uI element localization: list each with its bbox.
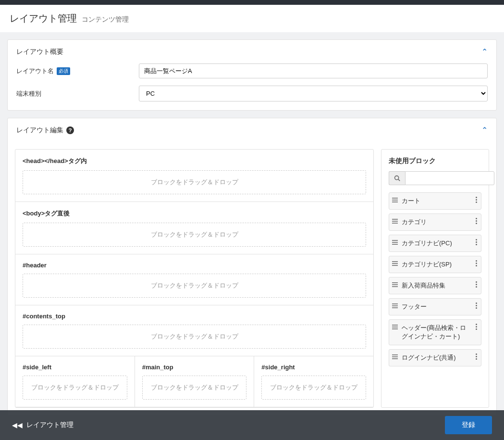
block-item[interactable]: カテゴリナビ(SP) xyxy=(389,256,481,273)
device-type-select[interactable]: PC xyxy=(139,86,488,101)
editor-panel: レイアウト編集 ? ⌃ <head></head>タグ内 ブロックをドラッグ＆ド… xyxy=(7,118,497,415)
unused-blocks-title: 未使用ブロック xyxy=(389,157,481,165)
block-item-label: 新入荷商品特集 xyxy=(402,281,478,290)
unused-blocks-panel: 未使用ブロック カートカテゴリカテゴリナビ(PC)カテゴリナビ(SP)新入荷商品… xyxy=(381,149,489,408)
region-header: #header ブロックをドラッグ＆ドロップ xyxy=(15,254,373,305)
region-title: #main_top xyxy=(142,364,247,371)
region-title: #header xyxy=(23,262,366,269)
rewind-icon: ◀◀ xyxy=(12,421,23,429)
dropzone[interactable]: ブロックをドラッグ＆ドロップ xyxy=(23,376,127,400)
page-header: レイアウト管理 コンテンツ管理 xyxy=(0,5,504,32)
block-item[interactable]: カート xyxy=(389,192,481,210)
drag-handle-icon[interactable] xyxy=(392,261,398,266)
layout-name-row: レイアウト名 必須 xyxy=(16,63,488,78)
block-item-label: ログインナビ(共通) xyxy=(402,353,478,362)
layout-name-input[interactable] xyxy=(139,63,488,78)
device-type-row: 端末種別 PC xyxy=(16,86,488,101)
block-item-label: カテゴリ xyxy=(402,218,478,226)
region-side-left: #side_left ブロックをドラッグ＆ドロップ xyxy=(15,356,135,407)
svg-point-0 xyxy=(395,176,399,180)
dropzone[interactable]: ブロックをドラッグ＆ドロップ xyxy=(23,170,366,194)
footer-back[interactable]: ◀◀ レイアウト管理 xyxy=(12,421,74,429)
region-title: #contents_top xyxy=(23,313,366,320)
overview-panel-header[interactable]: レイアウト概要 ⌃ xyxy=(8,40,496,63)
search-button[interactable] xyxy=(389,171,405,185)
region-body-after: <body>タグ直後 ブロックをドラッグ＆ドロップ xyxy=(15,202,373,254)
block-item[interactable]: ヘッダー(商品検索・ログインナビ・カート) xyxy=(389,319,481,345)
drag-handle-icon[interactable] xyxy=(392,240,398,245)
region-side-right: #side_right ブロックをドラッグ＆ドロップ xyxy=(254,356,373,407)
drag-handle-icon[interactable] xyxy=(392,303,398,308)
help-icon[interactable]: ? xyxy=(66,126,74,134)
dropzone[interactable]: ブロックをドラッグ＆ドロップ xyxy=(23,223,366,247)
more-icon[interactable] xyxy=(476,353,477,360)
block-item-label: ヘッダー(商品検索・ログインナビ・カート) xyxy=(402,324,478,341)
more-icon[interactable] xyxy=(476,260,477,266)
region-title: <body>タグ直後 xyxy=(23,209,366,218)
overview-panel: レイアウト概要 ⌃ レイアウト名 必須 端末種別 PC xyxy=(7,39,497,111)
more-icon[interactable] xyxy=(476,324,477,330)
submit-button[interactable]: 登録 xyxy=(445,416,492,430)
required-badge: 必須 xyxy=(57,67,70,75)
top-bar xyxy=(0,0,504,5)
block-item-label: カテゴリナビ(SP) xyxy=(402,260,478,269)
block-item-label: フッター xyxy=(402,302,478,311)
dropzone[interactable]: ブロックをドラッグ＆ドロップ xyxy=(23,274,366,298)
editor-panel-header[interactable]: レイアウト編集 ? ⌃ xyxy=(8,118,496,142)
device-type-label: 端末種別 xyxy=(16,89,41,98)
block-item[interactable]: カテゴリ xyxy=(389,214,481,231)
block-item[interactable]: フッター xyxy=(389,298,481,315)
breadcrumb: コンテンツ管理 xyxy=(82,15,129,24)
search-icon xyxy=(394,175,400,181)
footer-back-label: レイアウト管理 xyxy=(26,421,74,429)
overview-panel-title: レイアウト概要 xyxy=(16,48,63,56)
chevron-up-icon: ⌃ xyxy=(481,47,488,56)
more-icon[interactable] xyxy=(476,281,477,288)
drag-handle-icon[interactable] xyxy=(392,219,398,224)
dropzone[interactable]: ブロックをドラッグ＆ドロップ xyxy=(142,376,247,400)
region-main-top: #main_top ブロックをドラッグ＆ドロップ xyxy=(135,356,255,407)
dropzone[interactable]: ブロックをドラッグ＆ドロップ xyxy=(261,376,366,400)
footer-bar: ◀◀ レイアウト管理 登録 xyxy=(0,410,504,430)
region-contents-top: #contents_top ブロックをドラッグ＆ドロップ xyxy=(15,305,373,356)
dropzone[interactable]: ブロックをドラッグ＆ドロップ xyxy=(23,325,366,349)
region-title: <head></head>タグ内 xyxy=(23,157,366,165)
page-title: レイアウト管理 xyxy=(10,12,77,25)
more-icon[interactable] xyxy=(476,239,477,245)
block-item-label: カテゴリナビ(PC) xyxy=(402,239,478,248)
drag-handle-icon[interactable] xyxy=(392,282,398,287)
layout-name-label: レイアウト名 xyxy=(16,67,54,75)
region-title: #side_right xyxy=(261,364,366,371)
more-icon[interactable] xyxy=(476,302,477,309)
more-icon[interactable] xyxy=(476,218,477,224)
block-item[interactable]: カテゴリナビ(PC) xyxy=(389,235,481,252)
block-item-label: カート xyxy=(402,197,478,205)
region-title: #side_left xyxy=(23,364,127,371)
block-search-input[interactable] xyxy=(405,171,494,185)
block-item[interactable]: ログインナビ(共通) xyxy=(389,349,481,366)
drag-handle-icon[interactable] xyxy=(392,325,398,329)
layout-main: <head></head>タグ内 ブロックをドラッグ＆ドロップ <body>タグ… xyxy=(15,149,374,408)
drag-handle-icon[interactable] xyxy=(392,198,398,202)
block-item[interactable]: 新入荷商品特集 xyxy=(389,277,481,294)
drag-handle-icon[interactable] xyxy=(392,354,398,359)
chevron-up-icon: ⌃ xyxy=(481,126,488,135)
editor-panel-title: レイアウト編集 xyxy=(16,126,63,135)
region-head: <head></head>タグ内 ブロックをドラッグ＆ドロップ xyxy=(15,150,373,202)
more-icon[interactable] xyxy=(476,197,477,203)
svg-line-1 xyxy=(398,179,400,181)
